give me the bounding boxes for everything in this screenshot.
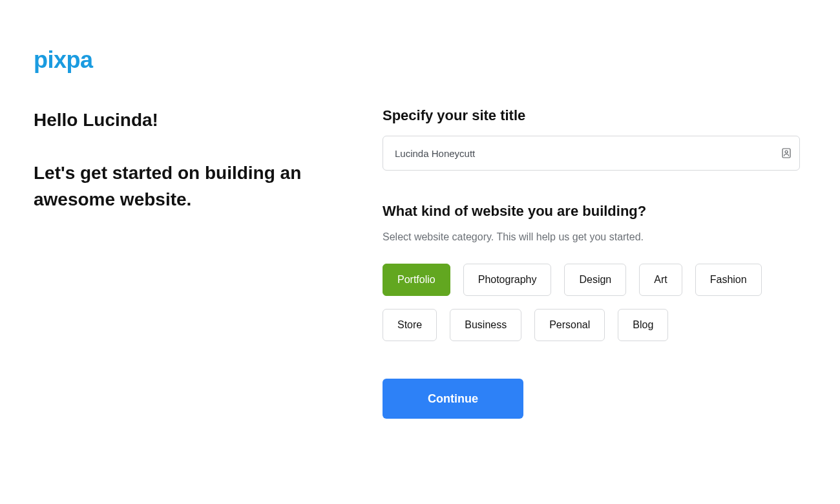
site-title-label: Specify your site title (383, 107, 800, 124)
category-option-blog[interactable]: Blog (618, 309, 668, 341)
greeting-heading: Hello Lucinda! (34, 110, 357, 131)
category-option-portfolio[interactable]: Portfolio (383, 264, 450, 296)
category-option-business[interactable]: Business (450, 309, 521, 341)
intro-text: Let's get started on building an awesome… (34, 160, 357, 213)
category-option-store[interactable]: Store (383, 309, 437, 341)
category-subtext: Select website category. This will help … (383, 231, 800, 243)
category-option-design[interactable]: Design (564, 264, 626, 296)
category-options: PortfolioPhotographyDesignArtFashionStor… (383, 264, 800, 341)
continue-button[interactable]: Continue (383, 379, 523, 419)
category-option-personal[interactable]: Personal (534, 309, 605, 341)
brand-logo: pixpa (34, 47, 93, 74)
category-option-photography[interactable]: Photography (463, 264, 552, 296)
category-option-fashion[interactable]: Fashion (695, 264, 762, 296)
category-label: What kind of website you are building? (383, 203, 800, 220)
category-option-art[interactable]: Art (639, 264, 682, 296)
site-title-input[interactable] (383, 136, 800, 171)
